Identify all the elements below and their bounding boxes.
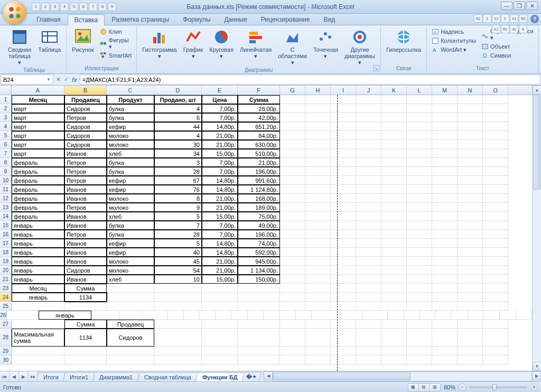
cell[interactable]	[202, 347, 238, 356]
cell[interactable]: 7,00р.	[202, 104, 238, 113]
cell[interactable]	[407, 356, 432, 365]
cell[interactable]	[381, 131, 407, 140]
cell[interactable]: Петров	[64, 158, 107, 167]
cell[interactable]: кефир	[107, 176, 154, 185]
row-header[interactable]: 8	[0, 158, 12, 167]
cell[interactable]: 189,00р.	[238, 203, 280, 212]
ribbon-button[interactable]: Линейчатая▾	[238, 27, 274, 60]
cell[interactable]	[280, 158, 305, 167]
cell[interactable]	[483, 212, 508, 221]
cell[interactable]	[432, 248, 458, 257]
cell[interactable]	[184, 311, 200, 320]
cell[interactable]: Сумма	[64, 284, 107, 293]
column-header[interactable]: I	[331, 86, 356, 95]
ribbon-button[interactable]: Своднаятаблица ▾	[5, 27, 34, 67]
cell[interactable]: февраль	[12, 167, 64, 176]
row-header[interactable]: 6	[0, 140, 12, 149]
cell[interactable]	[483, 185, 508, 194]
cell[interactable]	[381, 104, 407, 113]
cell[interactable]	[356, 176, 381, 185]
cell[interactable]	[483, 248, 508, 257]
cell[interactable]	[407, 239, 432, 248]
accept-formula-icon[interactable]: ✓	[64, 76, 69, 83]
cell[interactable]	[483, 329, 508, 347]
cell[interactable]: 14,80р.	[202, 185, 238, 194]
cell[interactable]: молоко	[107, 140, 154, 149]
cell[interactable]	[356, 302, 381, 311]
cell[interactable]	[305, 113, 331, 122]
cell[interactable]	[280, 212, 305, 221]
cell[interactable]	[381, 113, 407, 122]
ribbon-button[interactable]: AWordArt ▾	[430, 45, 478, 54]
cell[interactable]	[407, 212, 432, 221]
qat-item[interactable]: 6	[79, 3, 88, 11]
cell[interactable]	[407, 266, 432, 275]
cell[interactable]: 40	[154, 248, 202, 257]
cell[interactable]	[432, 113, 458, 122]
cell[interactable]: Максимальная сумма	[12, 329, 64, 347]
cell[interactable]	[458, 131, 483, 140]
name-box-dropdown-icon[interactable]: ▼	[46, 77, 51, 82]
cell[interactable]	[381, 320, 407, 329]
cell[interactable]: Петров	[64, 230, 107, 239]
cell[interactable]: Месяц	[12, 95, 64, 104]
formula-bar[interactable]: =ДМАКС(A1:F21;F1;A23:A24)	[80, 74, 540, 85]
ribbon-button[interactable]: Гистограмма▾	[140, 27, 179, 60]
cell[interactable]	[483, 104, 508, 113]
cell[interactable]	[356, 293, 381, 302]
cell[interactable]	[331, 347, 356, 356]
cell[interactable]	[202, 356, 238, 365]
cell[interactable]	[407, 257, 432, 266]
cell[interactable]: Иванов	[64, 275, 107, 284]
cell[interactable]	[516, 311, 532, 320]
ribbon-button[interactable]: Рисунок	[70, 27, 96, 54]
cell[interactable]	[305, 104, 331, 113]
cell[interactable]	[458, 302, 483, 311]
qat-item[interactable]: 5	[70, 3, 78, 11]
close-button[interactable]: ✕	[526, 2, 538, 10]
cell[interactable]	[238, 356, 280, 365]
cell[interactable]: Продавец	[107, 320, 154, 329]
cell[interactable]	[381, 203, 407, 212]
cell[interactable]	[154, 347, 202, 356]
cell[interactable]	[305, 212, 331, 221]
qat-item[interactable]: Х1	[492, 25, 500, 33]
cell[interactable]: булка	[107, 158, 154, 167]
horizontal-scrollbar[interactable]: ◀ ▶	[264, 371, 541, 381]
cell[interactable]	[238, 320, 280, 329]
row-header[interactable]: 29	[0, 347, 12, 356]
cell[interactable]	[356, 104, 381, 113]
cell[interactable]	[331, 284, 356, 293]
cell[interactable]	[107, 284, 154, 293]
ribbon-tab[interactable]: Формулы	[176, 14, 217, 25]
cell[interactable]: 7,00р.	[202, 113, 238, 122]
cell[interactable]: Петров	[64, 113, 107, 122]
cell[interactable]: 14,80р.	[202, 176, 238, 185]
column-header[interactable]: E	[202, 86, 238, 95]
cell[interactable]	[280, 257, 305, 266]
cell[interactable]	[331, 113, 356, 122]
cell[interactable]	[356, 122, 381, 131]
cell[interactable]: 15,00р.	[202, 212, 238, 221]
cell[interactable]	[238, 329, 280, 347]
cell[interactable]: 4	[154, 131, 202, 140]
scroll-left-button[interactable]: ◀	[264, 371, 273, 380]
select-all-corner[interactable]	[0, 86, 12, 95]
page-layout-view-button[interactable]: ▤	[419, 384, 430, 391]
sheet-tab[interactable]: Диаграмма1	[93, 372, 140, 381]
cell[interactable]	[407, 293, 432, 302]
cell[interactable]	[483, 158, 508, 167]
cell[interactable]	[432, 239, 458, 248]
cell[interactable]	[407, 302, 432, 311]
cell[interactable]	[280, 221, 305, 230]
cell[interactable]	[483, 149, 508, 158]
cell[interactable]	[432, 302, 458, 311]
cell[interactable]	[305, 284, 331, 293]
cell[interactable]: 84,00р.	[238, 131, 280, 140]
cell[interactable]: 21,00р.	[202, 266, 238, 275]
cell[interactable]	[432, 257, 458, 266]
qat-item[interactable]: Ж	[510, 25, 518, 33]
cell[interactable]	[356, 356, 381, 365]
sheet-first-button[interactable]: ⏮	[0, 371, 10, 381]
cell[interactable]	[305, 203, 331, 212]
